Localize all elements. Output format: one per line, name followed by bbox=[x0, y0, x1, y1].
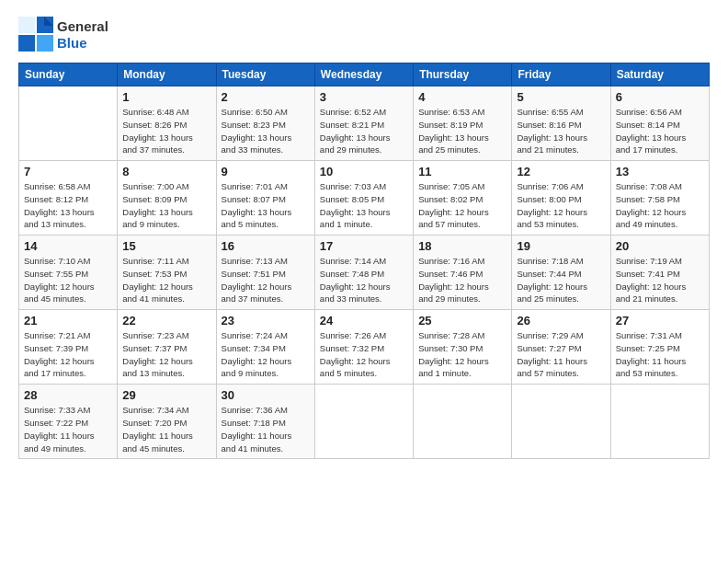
calendar-cell: 7Sunrise: 6:58 AMSunset: 8:12 PMDaylight… bbox=[19, 161, 118, 236]
day-number: 22 bbox=[122, 314, 210, 327]
day-info: Sunrise: 7:33 AMSunset: 7:22 PMDaylight:… bbox=[24, 404, 112, 454]
day-info: Sunrise: 6:50 AMSunset: 8:23 PMDaylight:… bbox=[222, 106, 310, 156]
day-info: Sunrise: 7:34 AMSunset: 7:20 PMDaylight:… bbox=[122, 404, 210, 454]
day-info: Sunrise: 6:48 AMSunset: 8:26 PMDaylight:… bbox=[122, 106, 210, 156]
calendar-cell: 25Sunrise: 7:28 AMSunset: 7:30 PMDayligh… bbox=[414, 310, 512, 385]
day-number: 18 bbox=[418, 239, 506, 253]
day-info: Sunrise: 7:13 AMSunset: 7:51 PMDaylight:… bbox=[222, 255, 310, 305]
day-info: Sunrise: 7:06 AMSunset: 8:00 PMDaylight:… bbox=[517, 180, 605, 231]
day-info: Sunrise: 7:14 AMSunset: 7:48 PMDaylight:… bbox=[320, 255, 408, 305]
day-number: 25 bbox=[418, 314, 506, 327]
calendar-cell: 17Sunrise: 7:14 AMSunset: 7:48 PMDayligh… bbox=[314, 236, 413, 310]
week-row-5: 28Sunrise: 7:33 AMSunset: 7:22 PMDayligh… bbox=[19, 385, 710, 459]
day-number: 9 bbox=[222, 165, 310, 178]
day-number: 11 bbox=[418, 165, 506, 178]
calendar-cell: 18Sunrise: 7:16 AMSunset: 7:46 PMDayligh… bbox=[414, 236, 512, 310]
day-info: Sunrise: 7:28 AMSunset: 7:30 PMDaylight:… bbox=[418, 329, 506, 380]
day-info: Sunrise: 7:24 AMSunset: 7:34 PMDaylight:… bbox=[222, 329, 310, 380]
col-header-thursday: Thursday bbox=[414, 63, 512, 86]
calendar-cell: 21Sunrise: 7:21 AMSunset: 7:39 PMDayligh… bbox=[19, 310, 118, 385]
calendar-cell: 29Sunrise: 7:34 AMSunset: 7:20 PMDayligh… bbox=[118, 385, 216, 459]
day-info: Sunrise: 7:03 AMSunset: 8:05 PMDaylight:… bbox=[320, 180, 408, 231]
day-number: 12 bbox=[517, 165, 605, 178]
calendar-cell bbox=[512, 385, 610, 459]
calendar-cell: 22Sunrise: 7:23 AMSunset: 7:37 PMDayligh… bbox=[118, 310, 216, 385]
logo: GeneralBlue bbox=[18, 17, 108, 53]
calendar-cell: 10Sunrise: 7:03 AMSunset: 8:05 PMDayligh… bbox=[314, 161, 413, 236]
day-number: 10 bbox=[320, 165, 408, 178]
day-info: Sunrise: 7:21 AMSunset: 7:39 PMDaylight:… bbox=[24, 329, 112, 380]
calendar-cell bbox=[19, 86, 118, 161]
day-number: 17 bbox=[320, 239, 408, 253]
logo-general: General bbox=[57, 18, 108, 35]
day-number: 2 bbox=[222, 90, 310, 104]
day-info: Sunrise: 7:18 AMSunset: 7:44 PMDaylight:… bbox=[517, 255, 605, 305]
calendar-header-row: SundayMondayTuesdayWednesdayThursdayFrid… bbox=[19, 63, 710, 86]
day-info: Sunrise: 7:29 AMSunset: 7:27 PMDaylight:… bbox=[517, 329, 605, 380]
day-info: Sunrise: 6:56 AMSunset: 8:14 PMDaylight:… bbox=[616, 106, 704, 156]
day-number: 1 bbox=[122, 90, 210, 104]
calendar-cell: 30Sunrise: 7:36 AMSunset: 7:18 PMDayligh… bbox=[216, 385, 314, 459]
day-number: 8 bbox=[122, 165, 210, 178]
day-number: 29 bbox=[122, 388, 210, 402]
col-header-sunday: Sunday bbox=[19, 63, 118, 86]
calendar-cell: 8Sunrise: 7:00 AMSunset: 8:09 PMDaylight… bbox=[118, 161, 216, 236]
day-number: 30 bbox=[222, 388, 310, 402]
week-row-1: 1Sunrise: 6:48 AMSunset: 8:26 PMDaylight… bbox=[19, 86, 710, 161]
calendar-cell: 13Sunrise: 7:08 AMSunset: 7:58 PMDayligh… bbox=[610, 161, 709, 236]
svg-rect-2 bbox=[18, 35, 35, 52]
page-header: GeneralBlue bbox=[18, 17, 710, 53]
week-row-4: 21Sunrise: 7:21 AMSunset: 7:39 PMDayligh… bbox=[19, 310, 710, 385]
calendar-cell: 3Sunrise: 6:52 AMSunset: 8:21 PMDaylight… bbox=[314, 86, 413, 161]
calendar-cell: 16Sunrise: 7:13 AMSunset: 7:51 PMDayligh… bbox=[216, 236, 314, 310]
day-info: Sunrise: 7:31 AMSunset: 7:25 PMDaylight:… bbox=[616, 329, 704, 380]
day-number: 27 bbox=[616, 314, 704, 327]
day-info: Sunrise: 6:53 AMSunset: 8:19 PMDaylight:… bbox=[418, 106, 506, 156]
day-info: Sunrise: 7:16 AMSunset: 7:46 PMDaylight:… bbox=[418, 255, 506, 305]
svg-rect-0 bbox=[18, 17, 35, 33]
day-number: 13 bbox=[616, 165, 704, 178]
calendar-cell: 24Sunrise: 7:26 AMSunset: 7:32 PMDayligh… bbox=[314, 310, 413, 385]
day-number: 7 bbox=[24, 165, 112, 178]
calendar-cell bbox=[610, 385, 709, 459]
calendar-cell: 5Sunrise: 6:55 AMSunset: 8:16 PMDaylight… bbox=[512, 86, 610, 161]
logo-icon bbox=[18, 17, 53, 53]
calendar-cell bbox=[314, 385, 413, 459]
day-info: Sunrise: 7:10 AMSunset: 7:55 PMDaylight:… bbox=[24, 255, 112, 305]
day-info: Sunrise: 7:36 AMSunset: 7:18 PMDaylight:… bbox=[222, 404, 310, 454]
day-number: 3 bbox=[320, 90, 408, 104]
svg-rect-3 bbox=[37, 35, 53, 52]
day-number: 26 bbox=[517, 314, 605, 327]
day-number: 28 bbox=[24, 388, 112, 402]
day-info: Sunrise: 7:00 AMSunset: 8:09 PMDaylight:… bbox=[122, 180, 210, 231]
day-info: Sunrise: 7:05 AMSunset: 8:02 PMDaylight:… bbox=[418, 180, 506, 231]
day-number: 14 bbox=[24, 239, 112, 253]
day-info: Sunrise: 7:08 AMSunset: 7:58 PMDaylight:… bbox=[616, 180, 704, 231]
col-header-monday: Monday bbox=[118, 63, 216, 86]
calendar-cell: 1Sunrise: 6:48 AMSunset: 8:26 PMDaylight… bbox=[118, 86, 216, 161]
calendar-cell: 15Sunrise: 7:11 AMSunset: 7:53 PMDayligh… bbox=[118, 236, 216, 310]
day-number: 20 bbox=[616, 239, 704, 253]
calendar-cell: 4Sunrise: 6:53 AMSunset: 8:19 PMDaylight… bbox=[414, 86, 512, 161]
day-number: 16 bbox=[222, 239, 310, 253]
day-number: 21 bbox=[24, 314, 112, 327]
week-row-3: 14Sunrise: 7:10 AMSunset: 7:55 PMDayligh… bbox=[19, 236, 710, 310]
calendar-cell: 12Sunrise: 7:06 AMSunset: 8:00 PMDayligh… bbox=[512, 161, 610, 236]
logo-blue: Blue bbox=[57, 35, 108, 52]
day-info: Sunrise: 6:58 AMSunset: 8:12 PMDaylight:… bbox=[24, 180, 112, 231]
calendar-cell: 20Sunrise: 7:19 AMSunset: 7:41 PMDayligh… bbox=[610, 236, 709, 310]
calendar-cell: 27Sunrise: 7:31 AMSunset: 7:25 PMDayligh… bbox=[610, 310, 709, 385]
week-row-2: 7Sunrise: 6:58 AMSunset: 8:12 PMDaylight… bbox=[19, 161, 710, 236]
calendar-cell bbox=[414, 385, 512, 459]
calendar-cell: 11Sunrise: 7:05 AMSunset: 8:02 PMDayligh… bbox=[414, 161, 512, 236]
calendar-cell: 9Sunrise: 7:01 AMSunset: 8:07 PMDaylight… bbox=[216, 161, 314, 236]
col-header-wednesday: Wednesday bbox=[314, 63, 413, 86]
calendar-cell: 28Sunrise: 7:33 AMSunset: 7:22 PMDayligh… bbox=[19, 385, 118, 459]
day-info: Sunrise: 7:01 AMSunset: 8:07 PMDaylight:… bbox=[222, 180, 310, 231]
day-number: 6 bbox=[616, 90, 704, 104]
day-info: Sunrise: 7:19 AMSunset: 7:41 PMDaylight:… bbox=[616, 255, 704, 305]
day-number: 4 bbox=[418, 90, 506, 104]
day-number: 15 bbox=[122, 239, 210, 253]
calendar-cell: 2Sunrise: 6:50 AMSunset: 8:23 PMDaylight… bbox=[216, 86, 314, 161]
day-number: 23 bbox=[222, 314, 310, 327]
